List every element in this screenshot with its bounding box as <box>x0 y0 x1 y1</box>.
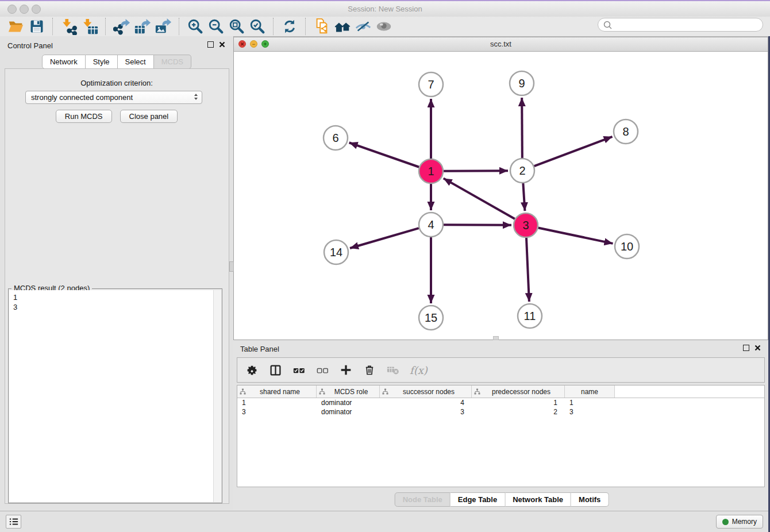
horizontal-splitter-handle[interactable] <box>493 336 499 340</box>
tab-network-table[interactable]: Network Table <box>505 492 571 507</box>
function-builder-icon[interactable]: f(x) <box>410 363 428 377</box>
copy-network-icon[interactable] <box>311 17 332 36</box>
table-panel: Table Panel f(x) shared nameMCDS rolesuc… <box>233 340 770 511</box>
edge-2-8[interactable] <box>534 137 613 166</box>
vertical-splitter-handle[interactable] <box>229 261 234 272</box>
split-columns-icon[interactable] <box>268 363 282 377</box>
node-label-7: 7 <box>428 78 434 91</box>
tab-style[interactable]: Style <box>86 55 118 69</box>
table-row[interactable]: 3dominator323 <box>237 407 764 417</box>
zoom-out-icon[interactable] <box>206 17 226 36</box>
edge-3-1[interactable] <box>444 178 515 219</box>
edge-4-14[interactable] <box>350 228 419 248</box>
task-history-button[interactable] <box>6 515 21 529</box>
table-cell: 3 <box>237 408 317 416</box>
memory-button[interactable]: Memory <box>716 515 763 529</box>
edge-2-3[interactable] <box>523 183 525 211</box>
mcds-buttons: Run MCDS Close panel <box>0 110 233 123</box>
tab-mcds[interactable]: MCDS <box>154 55 191 69</box>
table-cell: 4 <box>380 399 472 407</box>
table-row[interactable]: 1dominator411 <box>237 398 764 407</box>
close-panel-icon[interactable] <box>219 41 225 48</box>
tab-motifs[interactable]: Motifs <box>571 492 609 507</box>
result-line: 3 <box>13 302 217 312</box>
tab-network[interactable]: Network <box>42 55 86 69</box>
houses-icon[interactable] <box>332 17 353 36</box>
network-window-title: scc.txt <box>234 40 768 48</box>
close-panel-button[interactable]: Close panel <box>120 110 178 123</box>
control-panel-window-icons <box>207 41 225 48</box>
tab-select[interactable]: Select <box>118 55 154 69</box>
save-session-icon[interactable] <box>26 17 47 36</box>
eye-icon[interactable] <box>374 17 394 36</box>
network-canvas[interactable]: 1234678910111415 <box>234 52 768 340</box>
table-cell: 1 <box>472 399 565 407</box>
dropdown-stepper-icon <box>194 94 198 100</box>
edge-1-2[interactable] <box>444 171 508 171</box>
column-header-successor-nodes[interactable]: successor nodes <box>380 385 472 398</box>
criterion-value: strongly connected component <box>31 93 133 102</box>
close-panel-icon[interactable] <box>754 345 761 351</box>
deselect-all-checkboxes-icon[interactable] <box>315 363 329 377</box>
delete-table-icon[interactable] <box>386 363 400 377</box>
control-panel-title: Control Panel <box>7 41 53 50</box>
column-header-name[interactable]: name <box>565 385 615 398</box>
edge-3-11[interactable] <box>526 238 529 302</box>
search-input[interactable] <box>615 20 763 29</box>
tab-edge-table[interactable]: Edge Table <box>451 492 505 507</box>
edge-2-9[interactable] <box>522 98 522 158</box>
search-field[interactable] <box>598 18 763 32</box>
control-panel-tabs: NetworkStyleSelectMCDS <box>0 55 233 69</box>
result-line: 1 <box>13 292 217 302</box>
tab-node-table[interactable]: Node Table <box>395 492 451 507</box>
table-tabs: Node TableEdge TableNetwork TableMotifs <box>395 492 609 507</box>
open-session-icon[interactable] <box>6 17 26 36</box>
settings-gear-icon[interactable] <box>245 363 259 377</box>
criterion-dropdown[interactable]: strongly connected component <box>25 91 202 104</box>
add-column-icon[interactable] <box>339 363 353 377</box>
node-label-8: 8 <box>622 125 629 138</box>
toolbar-separator <box>179 18 180 35</box>
node-label-10: 10 <box>621 240 633 253</box>
edge-3-10[interactable] <box>538 228 613 244</box>
network-window-titlebar[interactable]: ✕ − + scc.txt <box>234 37 768 52</box>
eye-crossed-icon[interactable] <box>353 17 374 36</box>
list-icon <box>9 517 19 526</box>
node-label-11: 11 <box>524 310 536 322</box>
column-type-icon <box>474 388 480 395</box>
import-network-icon[interactable] <box>59 17 79 36</box>
run-mcds-button[interactable]: Run MCDS <box>56 110 112 123</box>
table-cell: 2 <box>472 408 565 416</box>
memory-status-dot-icon <box>722 519 729 525</box>
select-all-checkboxes-icon[interactable] <box>292 363 306 377</box>
table-panel-window-icons <box>743 345 761 351</box>
node-label-14: 14 <box>330 246 342 259</box>
column-header-mcds-role[interactable]: MCDS role <box>317 385 380 398</box>
zoom-selected-icon[interactable] <box>247 17 268 36</box>
column-header-predecessor-nodes[interactable]: predecessor nodes <box>472 385 565 398</box>
app-window: { "window": { "title": "Session: New Ses… <box>0 0 770 532</box>
export-image-icon[interactable] <box>153 17 174 36</box>
toolbar-separator <box>273 18 274 35</box>
search-icon <box>603 20 613 30</box>
refresh-icon[interactable] <box>279 17 300 36</box>
edge-4-3[interactable] <box>444 225 511 225</box>
zoom-fit-icon[interactable] <box>226 17 247 36</box>
edge-1-6[interactable] <box>349 142 419 167</box>
result-scrollbar[interactable] <box>213 290 221 502</box>
import-table-icon[interactable] <box>79 17 100 36</box>
table-cell: 3 <box>565 408 615 416</box>
zoom-in-icon[interactable] <box>185 17 206 36</box>
export-table-icon[interactable] <box>132 17 153 36</box>
memory-label: Memory <box>732 518 757 526</box>
delete-column-icon[interactable] <box>363 363 376 377</box>
column-type-icon <box>240 388 246 395</box>
table-cell: 1 <box>237 399 317 407</box>
table-panel-title: Table Panel <box>240 345 279 353</box>
float-panel-icon[interactable] <box>207 41 214 48</box>
mcds-result-box: MCDS result (2 nodes) 13 <box>8 288 222 503</box>
column-header-shared-name[interactable]: shared name <box>237 385 317 398</box>
export-network-icon[interactable] <box>111 17 132 36</box>
node-table[interactable]: shared nameMCDS rolesuccessor nodesprede… <box>237 385 765 487</box>
float-panel-icon[interactable] <box>743 345 749 351</box>
